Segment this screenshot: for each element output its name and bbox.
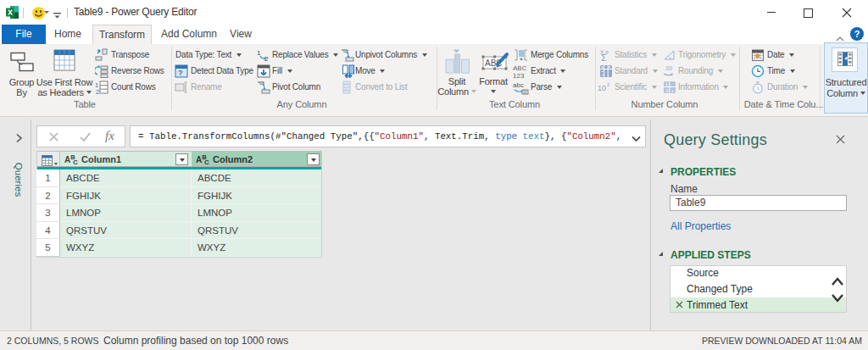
svg-text:?: ? — [178, 69, 183, 77]
svg-text:2: 2 — [607, 82, 610, 87]
svg-text:Σ: Σ — [601, 53, 607, 62]
svg-text:3: 3 — [665, 88, 668, 93]
svg-text:2: 2 — [264, 55, 269, 62]
svg-text:123: 123 — [513, 72, 525, 79]
svg-text:+: + — [671, 88, 675, 93]
svg-text:2: 2 — [96, 88, 99, 95]
svg-text:abc: abc — [513, 81, 524, 89]
svg-text:ABC: ABC — [513, 64, 527, 72]
svg-text:1: 1 — [257, 49, 261, 57]
svg-text:10: 10 — [598, 84, 606, 92]
svg-text:1: 1 — [665, 81, 668, 86]
svg-text:.00: .00 — [665, 65, 672, 71]
